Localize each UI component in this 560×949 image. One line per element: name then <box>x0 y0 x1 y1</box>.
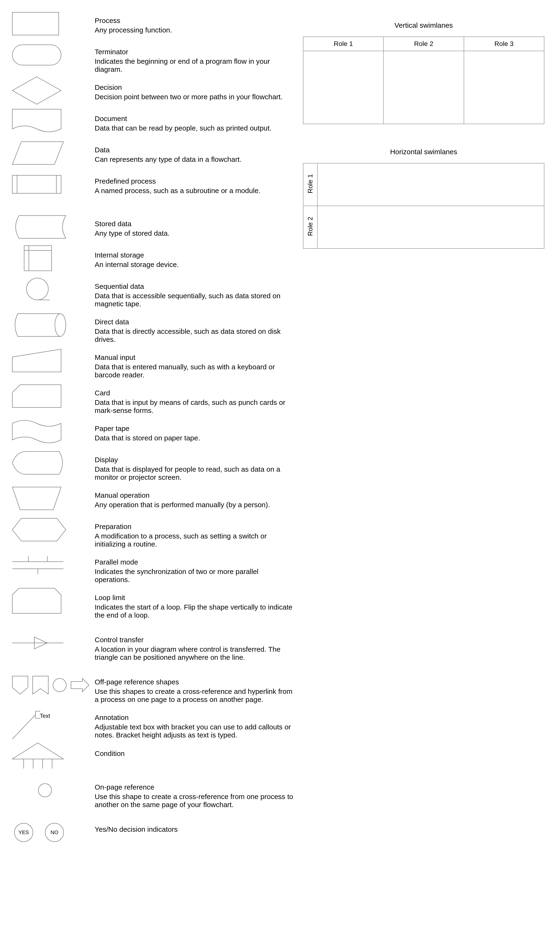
row-process: Process Any processing function. <box>9 9 294 38</box>
annotation-title: Annotation <box>95 713 294 722</box>
terminator-desc: Indicates the beginning or end of a prog… <box>95 57 294 73</box>
document-icon <box>9 108 95 136</box>
row-display: Display Data that is displayed for peopl… <box>9 449 294 481</box>
svg-rect-4 <box>12 175 61 193</box>
document-title: Document <box>95 115 294 123</box>
sequential-data-icon <box>9 275 95 304</box>
vswim-cell <box>303 51 383 124</box>
internal-storage-icon <box>9 244 95 272</box>
manual-operation-desc: Any operation that is performed manually… <box>95 501 294 509</box>
row-condition: Condition <box>9 742 294 773</box>
sequential-data-title: Sequential data <box>95 282 294 290</box>
svg-marker-16 <box>12 518 66 541</box>
manual-input-desc: Data that is entered manually, such as w… <box>95 363 294 379</box>
stored-data-title: Stored data <box>95 220 294 228</box>
row-data: Data Can represents any type of data in … <box>9 139 294 167</box>
condition-title: Condition <box>95 750 294 758</box>
offpage-desc: Use this shapes to create a cross-refere… <box>95 687 294 704</box>
hswim-role-2: Role 2 <box>303 206 317 248</box>
loop-limit-title: Loop limit <box>95 594 294 602</box>
decision-title: Decision <box>95 83 294 91</box>
card-icon <box>9 382 95 410</box>
row-direct-data: Direct data Data that is directly access… <box>9 311 294 344</box>
annotation-label: Text <box>40 713 50 719</box>
offpage-title: Off-page reference shapes <box>95 678 294 686</box>
svg-marker-22 <box>12 588 61 613</box>
svg-marker-30 <box>12 743 63 759</box>
row-yesno: YES NO Yes/No decision indicators <box>9 818 294 847</box>
svg-marker-15 <box>12 487 61 510</box>
preparation-icon <box>9 515 95 544</box>
row-manual-operation: Manual operation Any operation that is p… <box>9 484 294 512</box>
process-desc: Any processing function. <box>95 26 294 34</box>
vswim-cell <box>464 51 544 124</box>
svg-point-10 <box>26 278 48 300</box>
manual-input-title: Manual input <box>95 353 294 361</box>
process-icon <box>9 9 95 38</box>
row-onpage-reference: On-page reference Use this shape to crea… <box>9 776 294 809</box>
svg-rect-0 <box>12 12 59 35</box>
svg-point-27 <box>53 679 66 692</box>
yesno-icons: YES NO <box>9 818 95 847</box>
horizontal-swimlanes-title: Horizontal swimlanes <box>303 148 545 156</box>
offpage-circle-icon <box>52 678 67 692</box>
annotation-icon: Text <box>9 707 95 739</box>
control-transfer-desc: A location in your diagram where control… <box>95 645 294 661</box>
display-desc: Data that is displayed for people to rea… <box>95 465 294 481</box>
row-offpage-reference: Off-page reference shapes Use this shape… <box>9 671 294 704</box>
row-stored-data: Stored data Any type of stored data. <box>9 213 294 241</box>
internal-storage-desc: An internal storage device. <box>95 261 294 268</box>
annotation-desc: Adjustable text box with bracket you can… <box>95 723 294 739</box>
row-decision: Decision Decision point between two or m… <box>9 76 294 105</box>
hswim-role-1: Role 1 <box>303 163 317 206</box>
svg-marker-3 <box>12 142 63 164</box>
decision-desc: Decision point between two or more paths… <box>95 93 294 101</box>
decision-icon <box>9 76 95 105</box>
no-indicator-icon: NO <box>45 823 64 842</box>
manual-operation-title: Manual operation <box>95 491 294 499</box>
row-loop-limit: Loop limit Indicates the start of a loop… <box>9 586 294 619</box>
onpage-reference-title: On-page reference <box>95 783 294 791</box>
stored-data-desc: Any type of stored data. <box>95 229 294 238</box>
offpage-pentagon-icon <box>12 676 28 694</box>
offpage-bookmark-icon <box>32 676 49 694</box>
preparation-desc: A modification to a process, such as set… <box>95 532 294 548</box>
terminator-title: Terminator <box>95 48 294 56</box>
row-document: Document Data that can be read by people… <box>9 108 294 136</box>
svg-marker-14 <box>12 385 61 407</box>
svg-rect-7 <box>24 246 52 271</box>
vswim-cell <box>383 51 464 124</box>
row-manual-input: Manual input Data that is entered manual… <box>9 346 294 379</box>
row-sequential-data: Sequential data Data that is accessible … <box>9 275 294 308</box>
row-paper-tape: Paper tape Data that is stored on paper … <box>9 417 294 446</box>
parallel-mode-icon <box>9 551 95 579</box>
horizontal-swimlanes-table: Role 1 Role 2 <box>303 163 545 249</box>
loop-limit-icon <box>9 586 95 615</box>
svg-marker-2 <box>12 77 61 104</box>
sequential-data-desc: Data that is accessible sequentially, su… <box>95 292 294 308</box>
paper-tape-desc: Data that is stored on paper tape. <box>95 434 294 442</box>
offpage-arrow-icon <box>71 678 89 692</box>
card-title: Card <box>95 389 294 397</box>
preparation-title: Preparation <box>95 523 294 531</box>
yes-indicator-icon: YES <box>14 823 33 842</box>
onpage-reference-icon <box>9 776 95 804</box>
parallel-mode-desc: Indicates the synchronization of two or … <box>95 568 294 584</box>
svg-marker-28 <box>71 679 89 692</box>
manual-operation-icon <box>9 484 95 512</box>
svg-marker-26 <box>33 676 48 694</box>
predefined-process-desc: A named process, such as a subroutine or… <box>95 187 294 195</box>
card-desc: Data that is input by means of cards, su… <box>95 398 294 415</box>
direct-data-title: Direct data <box>95 318 294 326</box>
vertical-swimlanes-title: Vertical swimlanes <box>303 21 545 29</box>
loop-limit-desc: Indicates the start of a loop. Flip the … <box>95 603 294 619</box>
yesno-title: Yes/No decision indicators <box>95 826 294 833</box>
terminator-icon <box>9 41 95 69</box>
svg-point-36 <box>38 784 52 797</box>
svg-point-12 <box>55 314 66 336</box>
svg-rect-1 <box>12 45 61 65</box>
swimlanes-column: Vertical swimlanes Role 1 Role 2 Role 3 … <box>303 9 545 850</box>
offpage-reference-icons <box>9 671 95 699</box>
hswim-cell <box>317 206 544 248</box>
paper-tape-title: Paper tape <box>95 424 294 432</box>
